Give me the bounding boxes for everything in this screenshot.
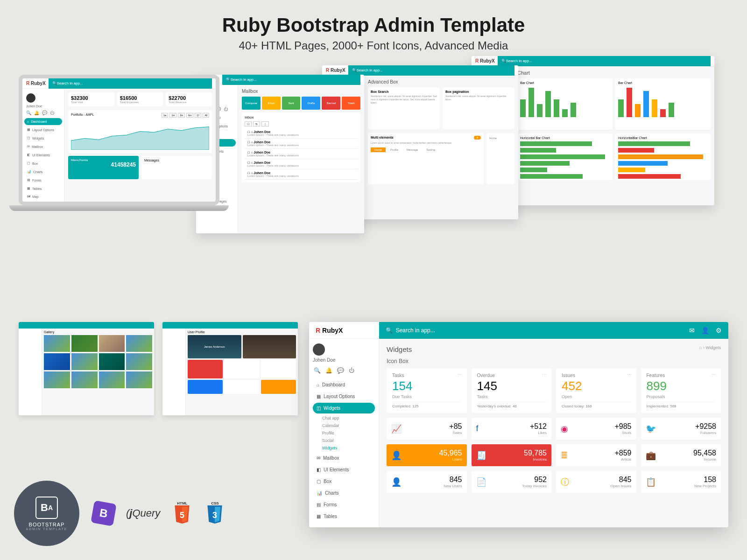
mailbox-actions: ComposeInboxSentDraftsStarredTrash [242,97,360,110]
html5-logo: HTML5 [171,501,193,525]
hero: Ruby Bootstrap Admin Template 40+ HTML P… [0,0,747,59]
stat-row-1: 📈+85Salesf+512Likes◉+985Shots🐦+9258Follo… [387,418,721,440]
stat-tile[interactable]: 🐦+9258Followers [641,418,721,440]
page-title: Chart [517,70,711,76]
hbar-chart-2 [618,141,708,179]
stat-tile[interactable]: ⓘ845Open Issues [556,471,636,493]
sidebar: Johen Doe 🔍🔔💬⏻ ⌂ Dashboard ▦ Layout Opti… [309,339,379,527]
tile[interactable]: ⋯Overdue145TasksYesterday's overdue: 48 [472,368,552,413]
stat-tile[interactable]: 🧾59,785Invoices [472,444,552,466]
stat-row-3: 👤845New Users📄952Today Invoicesⓘ845Open … [387,471,721,493]
bootstrap-icon: B [91,500,117,526]
nav-mailbox[interactable]: ✉ Mailbox [313,453,375,463]
stat-tile[interactable]: ≣+859Article [556,444,636,466]
tile[interactable]: ⋯Issues452OpenClosed today: 168 [556,368,636,413]
power-icon[interactable]: ⏻ [349,367,354,374]
bar-chart-2 [618,84,708,117]
bootstrap-admin-logo: BA BOOTSTRAP ADMIN TEMPLATE [14,481,79,546]
bar-chart-1 [520,84,610,117]
stat-tile[interactable]: 📄952Today Invoices [472,471,552,493]
stat-tile[interactable]: 👤45,965Users [387,444,467,466]
avatar[interactable] [313,343,325,356]
logo: R RubyX [309,327,379,334]
preview-widgets: R RubyX 🔍 Search in app... ✉👤⚙ Johen Doe… [309,322,728,527]
nav-widgets[interactable]: ◫ Widgets [313,403,375,413]
stat-tile[interactable]: 📋158New Projects [641,471,721,493]
stat-tile[interactable]: 👤845New Users [387,471,467,493]
tech-logos: BA BOOTSTRAP ADMIN TEMPLATE B (jjQueryQu… [14,481,226,546]
user-icon[interactable]: 👤 [701,327,709,334]
page-title: Widgets [387,345,412,353]
hero-subtitle: 40+ HTML Pages, 2000+ Font Icons, Advanc… [0,39,747,52]
stat-row-2: 👤45,965Users🧾59,785Invoices≣+859Article💼… [387,444,721,466]
svg-text:3: 3 [212,511,217,520]
nav-ui[interactable]: ◧ UI Elements [313,464,375,475]
hbar-chart-1 [520,141,610,179]
gear-icon[interactable]: ⚙ [716,327,722,334]
nav-box[interactable]: ▢ Box [313,476,375,487]
nav-tables[interactable]: ▦ Tables [313,511,375,522]
laptop-mockup: R RubyX🔍 Search in app... Johen Doe 🔍🔔💬⏻… [19,75,219,224]
svg-text:5: 5 [180,511,184,520]
tile[interactable]: ⋯Features899ProposalsImplemented: 589 [641,368,721,413]
mail-icon[interactable]: ✉ [689,327,695,334]
nav-charts[interactable]: 📊 Charts [313,488,375,498]
preview-dashboard: R RubyX🔍 Search in app... Johen Doe 🔍🔔💬⏻… [22,78,216,202]
nav-forms[interactable]: ▤ Forms [313,499,375,510]
search-icon[interactable]: 🔍 [314,367,321,374]
logo: R RubyX [475,58,495,63]
thumb-gallery: Gallery [19,322,154,415]
jquery-logo: (jjQueryQuery [126,507,160,519]
thumb-profile: User Profile James Anderson [162,322,298,415]
chat-icon[interactable]: 💬 [337,367,344,374]
stat-tile[interactable]: 💼95,458Income [641,444,721,466]
hero-title: Ruby Bootstrap Admin Template [0,14,747,36]
stat-tile[interactable]: f+512Likes [472,418,552,440]
search-bar[interactable]: 🔍 Search in app... ✉👤⚙ [379,322,728,339]
area-chart [71,118,209,150]
stat-tile[interactable]: 📈+85Sales [387,418,467,440]
nav-dashboard[interactable]: ⌂ Dashboard [313,379,375,390]
bell-icon[interactable]: 🔔 [325,367,332,374]
section-label: Icon Box [387,358,721,364]
tile[interactable]: ⋯Tasks154Due TasksCompleted: 125 [387,368,467,413]
css3-logo: CSS3 [204,501,226,525]
search-bar[interactable]: 🔍 Search in app... [498,56,711,66]
screenshot-row: R RubyX🔍 Search in app... Johen Doe 🔍🔔💬⏻… [23,70,724,257]
nav-layout[interactable]: ▦ Layout Options [313,391,375,402]
stat-tile[interactable]: ◉+985Shots [556,418,636,440]
tile-row: ⋯Tasks154Due TasksCompleted: 125⋯Overdue… [387,368,721,413]
